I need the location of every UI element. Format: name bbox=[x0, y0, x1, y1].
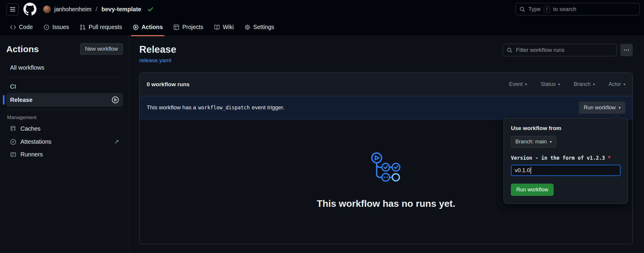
owner-avatar bbox=[43, 5, 51, 13]
verified-badge-icon bbox=[10, 139, 16, 145]
page-title: Release bbox=[139, 44, 176, 55]
caret-down-icon: ▾ bbox=[623, 82, 625, 86]
banner-text-before: This workflow has a bbox=[147, 104, 196, 111]
slash-keycap: / bbox=[544, 6, 550, 13]
search-placeholder-prefix: Type bbox=[528, 6, 541, 12]
banner-text: This workflow has aworkflow_dispatcheven… bbox=[147, 104, 285, 111]
runs-list-header: 0 workflow runs Event ▾ Status ▾ Branch bbox=[140, 73, 632, 96]
table-icon bbox=[173, 24, 179, 30]
workflow-graph-illustration bbox=[370, 152, 402, 182]
tab-label: Projects bbox=[182, 24, 203, 31]
hamburger-menu-button[interactable] bbox=[7, 3, 19, 15]
tab-settings[interactable]: Settings bbox=[240, 18, 279, 36]
sidebar-item-label: Caches bbox=[20, 125, 41, 132]
sidebar-title: Actions bbox=[6, 44, 39, 54]
tab-label: Settings bbox=[253, 24, 274, 31]
branch-select-label: Branch: main bbox=[515, 139, 547, 145]
tab-actions[interactable]: Actions bbox=[128, 18, 167, 36]
sidebar-item-ci[interactable]: CI bbox=[6, 80, 123, 93]
tab-label: Wiki bbox=[223, 24, 234, 31]
sidebar-divider bbox=[6, 110, 123, 110]
tab-label: Code bbox=[19, 24, 33, 31]
search-placeholder-suffix: to search bbox=[553, 6, 576, 12]
banner-text-after: event trigger. bbox=[252, 104, 285, 111]
global-header: janhohenheim / bevy-template Type / to s… bbox=[0, 0, 644, 18]
new-workflow-button[interactable]: New workflow bbox=[80, 43, 123, 55]
run-workflow-submit-button[interactable]: Run workflow bbox=[511, 184, 554, 196]
tab-label: Pull requests bbox=[89, 24, 122, 31]
run-workflow-label: Run workflow bbox=[584, 105, 616, 111]
play-icon bbox=[133, 24, 139, 30]
run-workflow-dropdown-button[interactable]: Run workflow ▾ bbox=[579, 102, 625, 114]
workflow-options-kebab-button[interactable] bbox=[620, 44, 633, 56]
manual-trigger-play-icon bbox=[111, 96, 119, 104]
caret-down-icon: ▾ bbox=[525, 82, 527, 86]
tab-code[interactable]: Code bbox=[6, 18, 37, 36]
commit-status-check-icon[interactable] bbox=[147, 6, 154, 12]
run-workflow-panel: Use workflow from Branch: main ▾ Version… bbox=[504, 118, 628, 204]
sidebar-item-label: Release bbox=[10, 97, 33, 103]
workflow-dispatch-code: workflow_dispatch bbox=[198, 105, 250, 111]
tab-projects[interactable]: Projects bbox=[169, 18, 207, 36]
filter-workflow-runs-field bbox=[503, 44, 617, 56]
gear-icon bbox=[245, 24, 250, 30]
sidebar-item-label: Runners bbox=[20, 151, 43, 158]
sidebar-item-all-workflows[interactable]: All workflows bbox=[6, 61, 123, 74]
server-icon bbox=[10, 151, 16, 158]
management-section-label: Management bbox=[6, 115, 123, 121]
filter-label: Actor bbox=[608, 81, 621, 87]
sidebar-divider bbox=[6, 77, 123, 77]
breadcrumb-owner-link[interactable]: janhohenheim bbox=[54, 6, 92, 13]
global-search-input[interactable]: Type / to search bbox=[515, 3, 640, 15]
book-icon bbox=[214, 24, 220, 30]
github-logo[interactable] bbox=[23, 3, 36, 16]
caret-down-icon: ▾ bbox=[593, 82, 595, 86]
repo-nav: Code Issues Pull requests Actions Projec… bbox=[0, 18, 644, 36]
breadcrumb-repo-link[interactable]: bevy-template bbox=[101, 6, 141, 13]
filter-event-dropdown[interactable]: Event ▾ bbox=[509, 81, 527, 87]
caret-down-icon: ▾ bbox=[619, 106, 621, 110]
filter-workflow-runs-input[interactable] bbox=[515, 47, 613, 54]
breadcrumb: janhohenheim / bevy-template bbox=[43, 5, 154, 13]
caret-down-icon: ▾ bbox=[550, 140, 552, 144]
tab-label: Actions bbox=[142, 24, 163, 31]
filter-actor-dropdown[interactable]: Actor ▾ bbox=[608, 81, 625, 87]
filter-label: Branch bbox=[574, 81, 591, 87]
sidebar-item-caches[interactable]: Caches bbox=[6, 122, 123, 135]
actions-sidebar: Actions New workflow All workflows CI Re… bbox=[0, 36, 130, 253]
filter-status-dropdown[interactable]: Status ▾ bbox=[541, 81, 560, 87]
sidebar-item-release[interactable]: Release bbox=[6, 93, 123, 107]
required-asterisk: * bbox=[608, 155, 611, 161]
workflow-file-link[interactable]: release.yaml bbox=[139, 57, 171, 64]
tab-wiki[interactable]: Wiki bbox=[210, 18, 238, 36]
filter-label: Status bbox=[541, 81, 556, 87]
version-label-text: Version - in the form of v1.2.3 bbox=[511, 155, 605, 161]
sidebar-item-attestations[interactable]: Attestations ↗ bbox=[6, 135, 123, 148]
version-input-label: Version - in the form of v1.2.3 * bbox=[511, 155, 621, 161]
runs-count: 0 workflow runs bbox=[147, 81, 190, 88]
sidebar-item-label: Attestations bbox=[20, 138, 52, 145]
three-bars-icon bbox=[10, 7, 15, 12]
panel-heading: Use workflow from bbox=[511, 125, 621, 132]
search-icon bbox=[507, 47, 512, 53]
git-pull-request-icon bbox=[80, 24, 86, 30]
breadcrumb-separator: / bbox=[96, 6, 98, 13]
sidebar-item-runners[interactable]: Runners bbox=[6, 148, 123, 161]
kebab-horizontal-icon bbox=[623, 47, 630, 53]
external-link-icon: ↗ bbox=[114, 138, 119, 145]
text-cursor bbox=[530, 167, 531, 174]
version-input[interactable]: v0.1.0 bbox=[511, 165, 621, 176]
issue-opened-icon bbox=[44, 24, 49, 30]
tab-label: Issues bbox=[52, 24, 69, 31]
branch-select-button[interactable]: Branch: main ▾ bbox=[511, 136, 556, 148]
workflow-dispatch-banner: This workflow has aworkflow_dispatcheven… bbox=[140, 96, 632, 119]
caret-down-icon: ▾ bbox=[558, 82, 560, 86]
tab-issues[interactable]: Issues bbox=[39, 18, 73, 36]
tab-pull-requests[interactable]: Pull requests bbox=[75, 18, 127, 36]
cache-icon bbox=[10, 126, 16, 132]
version-value: v0.1.0 bbox=[515, 167, 530, 174]
filter-branch-dropdown[interactable]: Branch ▾ bbox=[574, 81, 595, 87]
empty-state-title: This workflow has no runs yet. bbox=[317, 198, 456, 209]
github-actions-page: janhohenheim / bevy-template Type / to s… bbox=[0, 0, 644, 253]
code-icon bbox=[10, 24, 16, 30]
